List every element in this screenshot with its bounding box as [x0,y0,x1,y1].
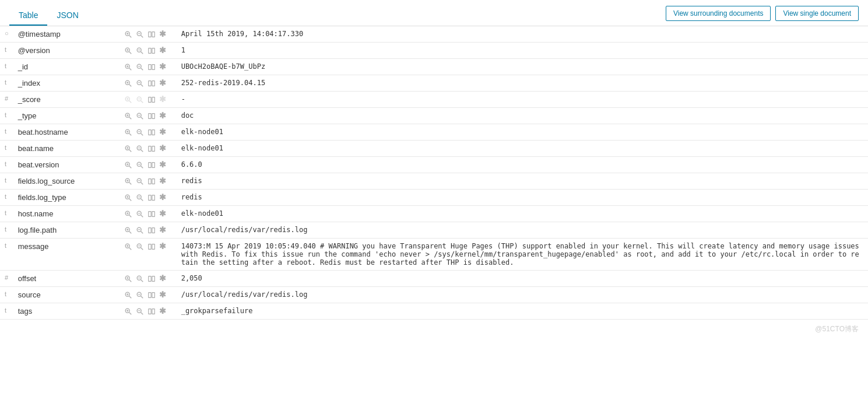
filter-out-value-button[interactable] [135,290,145,299]
filter-for-value-button[interactable] [123,111,133,120]
svg-rect-43 [148,97,150,102]
filter-out-value-button[interactable] [135,62,145,71]
filter-exists-button[interactable]: ✱ [158,144,167,152]
filter-exists-button: ✱ [158,95,167,103]
field-name: fields.log_type [13,190,118,206]
filter-for-value-button[interactable] [123,144,133,153]
field-actions: ✱ [118,190,177,206]
filter-for-value-button[interactable] [123,79,133,87]
filter-for-value-button[interactable] [123,177,133,185]
filter-exists-button[interactable]: ✱ [158,128,167,136]
filter-out-value-button[interactable] [135,144,145,153]
filter-exists-button[interactable]: ✱ [158,193,167,201]
filter-exists-button[interactable]: ✱ [158,209,167,218]
toggle-column-button[interactable] [146,79,157,87]
filter-for-value-button[interactable] [123,193,133,202]
toggle-column-button[interactable] [146,226,157,234]
filter-for-value-button[interactable] [123,307,133,316]
filter-for-value-button[interactable] [123,46,133,55]
toggle-column-button[interactable] [146,144,157,153]
filter-out-value-button [135,95,145,104]
filter-exists-button[interactable]: ✱ [158,30,167,38]
filter-for-value-button[interactable] [123,209,133,218]
field-name: @timestamp [13,26,118,43]
filter-out-value-button[interactable] [135,226,145,234]
filter-exists-button[interactable]: ✱ [158,177,167,185]
field-value: redis [177,190,868,206]
filter-for-value-button[interactable] [123,242,133,251]
filter-for-value-button[interactable] [123,226,133,234]
toggle-column-button[interactable] [146,95,157,104]
toggle-column-button[interactable] [146,111,157,120]
toggle-column-button[interactable] [146,30,157,38]
filter-exists-button[interactable]: ✱ [158,160,167,169]
filter-for-value-button[interactable] [123,274,133,283]
svg-line-59 [140,133,143,135]
filter-exists-button[interactable]: ✱ [158,62,167,71]
field-value: /usr/local/redis/var/redis.log [177,287,868,303]
filter-out-value-button[interactable] [135,46,145,55]
toggle-column-button[interactable] [146,307,157,316]
filter-exists-button[interactable]: ✱ [158,307,167,315]
field-name: _id [13,59,118,75]
filter-out-value-button[interactable] [135,209,145,218]
svg-rect-25 [148,64,150,69]
field-name: log.file.path [13,222,118,239]
filter-exists-button[interactable]: ✱ [158,226,167,234]
field-value: _grokparsefailure [177,303,868,320]
filter-exists-button[interactable]: ✱ [158,290,167,299]
view-single-button[interactable]: View single document [775,6,859,21]
toggle-column-button[interactable] [146,193,157,202]
field-type: t [0,239,13,271]
filter-exists-button[interactable]: ✱ [158,111,167,120]
field-actions: ✱ [118,157,177,173]
svg-line-37 [129,100,131,103]
toggle-column-button[interactable] [146,46,157,55]
field-name: host.name [13,206,118,222]
filter-out-value-button[interactable] [135,30,145,38]
filter-out-value-button[interactable] [135,160,145,169]
filter-for-value-button[interactable] [123,30,133,38]
table-row: t@version [0,43,868,59]
field-actions: ✱ [118,124,177,141]
field-type: t [0,206,13,222]
svg-line-10 [129,51,131,54]
tab-json[interactable]: JSON [47,6,87,26]
table-row: tbeat.hostname [0,124,868,141]
toggle-column-button[interactable] [146,177,157,185]
view-surrounding-button[interactable]: View surrounding documents [666,6,771,21]
filter-out-value-button[interactable] [135,307,145,316]
toggle-column-button[interactable] [146,62,157,71]
filter-exists-button[interactable]: ✱ [158,242,167,250]
filter-out-value-button[interactable] [135,177,145,185]
svg-rect-116 [152,227,154,233]
filter-exists-button[interactable]: ✱ [158,46,167,54]
filter-out-value-button[interactable] [135,193,145,202]
filter-exists-button[interactable]: ✱ [158,79,167,87]
field-actions: ✱ [118,271,177,287]
toggle-column-button[interactable] [146,160,157,169]
svg-line-19 [129,68,131,70]
table-row: #offset [0,271,868,287]
filter-out-value-button[interactable] [135,128,145,136]
toggle-column-button[interactable] [146,128,157,136]
filter-for-value-button[interactable] [123,62,133,71]
svg-rect-125 [152,244,154,249]
filter-for-value-button[interactable] [123,128,133,136]
filter-out-value-button[interactable] [135,79,145,87]
filter-out-value-button[interactable] [135,242,145,251]
filter-for-value-button[interactable] [123,160,133,169]
top-buttons: View surrounding documents View single d… [666,6,859,26]
filter-out-value-button[interactable] [135,274,145,283]
toggle-column-button[interactable] [146,290,157,299]
svg-rect-107 [152,211,154,216]
toggle-column-button[interactable] [146,274,157,283]
tab-table[interactable]: Table [9,6,47,26]
table-row: tbeat.name [0,141,868,157]
field-name: beat.name [13,141,118,157]
filter-out-value-button[interactable] [135,111,145,120]
toggle-column-button[interactable] [146,209,157,218]
toggle-column-button[interactable] [146,242,157,251]
filter-for-value-button[interactable] [123,290,133,299]
filter-exists-button[interactable]: ✱ [158,274,167,282]
